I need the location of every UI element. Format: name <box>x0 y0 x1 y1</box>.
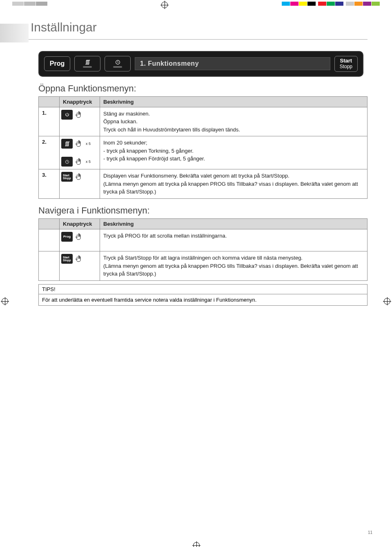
open-menu-table: Knapptryck Beskrivning 1. Stäng av maski… <box>38 96 368 199</box>
step-description: Tryck på Start/Stopp för att lagra instä… <box>100 251 368 281</box>
step-number: 1. <box>39 107 60 136</box>
page-tab-decoration <box>0 24 29 42</box>
tips-heading: TIPS! <box>39 285 367 294</box>
power-icon <box>61 110 73 120</box>
hand-press-icon <box>74 139 84 148</box>
start-stop-icon: StartStopp <box>61 172 73 182</box>
step-description: Displayen visar Funktionsmeny. Bekräfta … <box>100 169 368 199</box>
tips-body: För att underlätta en eventuell framtida… <box>39 294 367 305</box>
table-row: 3. StartStopp Displayen visar Funktionsm… <box>39 169 368 199</box>
dry-button: ʃʃʃ <box>74 56 100 71</box>
prog-icon: Prog <box>61 232 73 242</box>
delay-button <box>105 56 131 71</box>
hand-press-icon <box>74 232 84 241</box>
table-header: Knapptryck <box>60 218 100 229</box>
clock-icon <box>115 60 120 65</box>
navigate-menu-table: Knapptryck Beskrivning Prog Tryck på PRO… <box>38 218 368 281</box>
step-number: 3. <box>39 169 60 199</box>
steam-icon: ʃʃʃ <box>61 139 73 149</box>
step-description: Stäng av maskinen. Öppna luckan. Tryck o… <box>100 107 368 136</box>
start-stop-icon: StartStopp <box>61 254 73 264</box>
hand-press-icon <box>74 157 84 166</box>
step-number: 2. <box>39 136 60 169</box>
table-row: 2. ʃʃʃ x 5 Inom 20 sekunder; - tryck på … <box>39 136 368 151</box>
repeat-count: x 5 <box>86 142 91 146</box>
steam-icon: ʃʃʃ <box>86 60 89 65</box>
repeat-count: x 5 <box>86 160 91 164</box>
table-header: Beskrivning <box>100 218 368 229</box>
section-heading: Navigera i Funktionsmenyn: <box>38 205 368 216</box>
hand-press-icon <box>74 110 84 119</box>
table-row: 1. Stäng av maskinen. Öppna luckan. Tryc… <box>39 107 368 136</box>
table-row: Prog Tryck på PROG för att scrolla mella… <box>39 229 368 251</box>
page-number: 11 <box>368 530 372 535</box>
hand-press-icon <box>74 254 84 263</box>
control-panel-diagram: Prog ʃʃʃ 1. Funktionsmeny Start Stopp <box>38 51 363 77</box>
step-description: Tryck på PROG för att scrolla mellan ins… <box>100 229 368 251</box>
table-row: StartStopp Tryck på Start/Stopp för att … <box>39 251 368 281</box>
clock-icon <box>61 157 73 167</box>
display-screen: 1. Funktionsmeny <box>135 57 330 70</box>
prog-button: Prog <box>44 56 70 71</box>
page-title: Inställningar <box>24 20 368 40</box>
section-heading: Öppna Funktionsmenyn: <box>38 83 368 94</box>
hand-press-icon <box>74 172 84 181</box>
table-header: Beskrivning <box>100 96 368 107</box>
step-description: Inom 20 sekunder; - tryck på knappen Tor… <box>100 136 368 169</box>
table-header: Knapptryck <box>60 96 100 107</box>
start-stop-button: Start Stopp <box>334 56 358 72</box>
tips-box: TIPS! För att underlätta en eventuell fr… <box>38 284 368 306</box>
